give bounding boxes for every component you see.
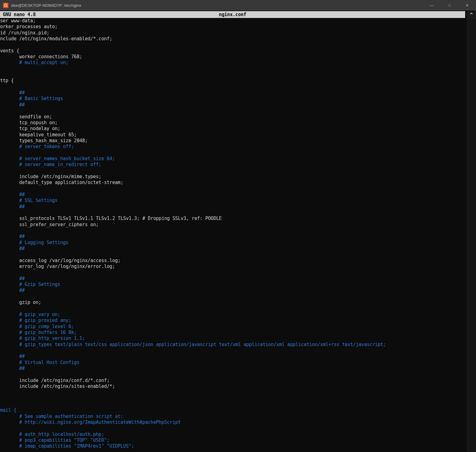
code-line	[0, 402, 465, 407]
maximize-button[interactable]: □	[441, 0, 458, 11]
code-line: # Gzip Settings	[0, 282, 465, 287]
code-line: sendfile on;	[0, 114, 465, 120]
code-line: # Virtual Host Configs	[0, 360, 465, 366]
code-line: ##	[0, 102, 465, 108]
code-line: # # auth_http localhost/auth.php;	[0, 432, 465, 437]
code-line: ##	[0, 366, 465, 371]
window-title: dee@DESKTOP-NDM4D7P: /etc/nginx	[11, 3, 81, 8]
terminal-window: dee@DESKTOP-NDM4D7P: /etc/nginx — □ ✕ GN…	[0, 0, 476, 452]
code-line: worker_connections 768;	[0, 54, 465, 60]
code-line: types_hash_max_size 2048;	[0, 138, 465, 144]
code-line: tcp_nodelay on;	[0, 126, 465, 132]
code-line	[0, 270, 465, 275]
code-line: worker_processes auto;	[0, 24, 465, 30]
code-line	[0, 306, 465, 312]
code-line	[0, 396, 465, 402]
code-line: access_log /var/log/nginx/access.log;	[0, 258, 465, 264]
code-line: # server_names_hash_bucket_size 64;	[0, 156, 465, 162]
nano-filename: nginx.conf	[0, 11, 465, 18]
code-line: # # imap_capabilities "IMAP4rev1" "UIDPL…	[0, 443, 465, 449]
code-line: # gzip_comp_level 6;	[0, 324, 465, 330]
code-line	[0, 186, 465, 192]
code-line: }	[0, 66, 465, 72]
code-line: # # See sample authentication script at:	[0, 414, 465, 419]
code-line	[0, 210, 465, 216]
code-line	[0, 168, 465, 174]
code-line: # # http://wiki.nginx.org/ImapAuthentica…	[0, 419, 465, 425]
code-line: ssl_protocols TLSv1 TLSv1.1 TLSv1.2 TLSv…	[0, 216, 465, 222]
code-line: include /etc/nginx/conf.d/*.conf;	[0, 378, 465, 384]
code-line: ##	[0, 353, 465, 359]
code-line	[0, 42, 465, 48]
code-line	[0, 72, 465, 78]
title-bar[interactable]: dee@DESKTOP-NDM4D7P: /etc/nginx — □ ✕	[0, 0, 476, 11]
window-controls: — □ ✕	[423, 0, 476, 11]
code-line: #mail {	[0, 407, 465, 413]
editor-content[interactable]: user www-data;worker_processes auto;pid …	[0, 18, 465, 452]
code-line: # server_tokens off;	[0, 144, 465, 150]
code-line: pid /run/nginx.pid;	[0, 30, 465, 36]
code-line: default_type application/octet-stream;	[0, 180, 465, 186]
code-line: events {	[0, 48, 465, 54]
code-line: ##	[0, 204, 465, 210]
scrollbar[interactable]: ^	[467, 11, 476, 452]
code-line: # gzip_proxied any;	[0, 318, 465, 323]
code-line: keepalive_timeout 65;	[0, 132, 465, 138]
code-line: ##	[0, 246, 465, 252]
code-line	[0, 84, 465, 90]
code-line: include /etc/nginx/modules-enabled/*.con…	[0, 36, 465, 42]
code-line: ssl_prefer_server_ciphers on;	[0, 222, 465, 228]
code-line: ##	[0, 192, 465, 198]
code-line: # # pop3_capabilities "TOP" "USER";	[0, 437, 465, 443]
code-line: # gzip_http_version 1.1;	[0, 336, 465, 341]
code-line	[0, 108, 465, 114]
code-line	[0, 348, 465, 353]
code-line: ##	[0, 90, 465, 96]
code-line: # server_name_in_redirect off;	[0, 162, 465, 168]
code-line: gzip on;	[0, 300, 465, 305]
ubuntu-icon	[3, 3, 8, 8]
code-line: ##	[0, 234, 465, 239]
code-line: include /etc/nginx/sites-enabled/*;	[0, 384, 465, 389]
code-line: user www-data;	[0, 18, 465, 24]
code-line: }	[0, 389, 465, 395]
minimize-button[interactable]: —	[423, 0, 441, 11]
code-line	[0, 252, 465, 257]
code-line: # Logging Settings	[0, 240, 465, 246]
code-line	[0, 371, 465, 377]
code-line	[0, 294, 465, 300]
code-line: tcp_nopush on;	[0, 120, 465, 126]
code-line: #	[0, 425, 465, 431]
code-line: # Basic Settings	[0, 96, 465, 102]
scroll-up-button[interactable]: ^	[467, 11, 476, 19]
code-line: # multi_accept on;	[0, 60, 465, 66]
code-line: include /etc/nginx/mime.types;	[0, 174, 465, 180]
code-line: # gzip_buffers 16 8k;	[0, 330, 465, 336]
code-line: # gzip_types text/plain text/css applica…	[0, 342, 465, 348]
code-line: # gzip_vary on;	[0, 312, 465, 318]
code-line: error_log /var/log/nginx/error.log;	[0, 264, 465, 270]
close-button[interactable]: ✕	[458, 0, 476, 11]
nano-title-bar: GNU nano 4.8 nginx.conf	[0, 11, 465, 18]
code-line	[0, 228, 465, 234]
code-line: ##	[0, 287, 465, 293]
code-line	[0, 150, 465, 156]
code-line: # SSL Settings	[0, 198, 465, 204]
code-line: http {	[0, 78, 465, 84]
code-line: ##	[0, 276, 465, 282]
